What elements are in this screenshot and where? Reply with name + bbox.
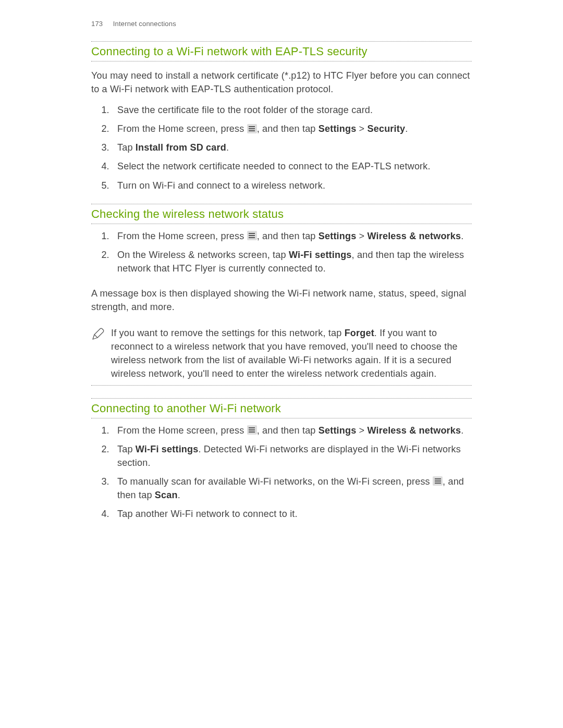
steps-eap-tls: Save the certificate file to the root fo…: [91, 103, 472, 192]
list-item: Select the network certificate needed to…: [112, 159, 472, 173]
step-text: From the Home screen, press: [117, 231, 247, 241]
list-item: On the Wireless & networks screen, tap W…: [112, 248, 472, 275]
heading-check-status: Checking the wireless network status: [91, 204, 472, 224]
ui-term: Wireless & networks: [368, 425, 461, 436]
chapter-title: Internet connections: [113, 20, 176, 28]
list-item: From the Home screen, press , and then t…: [112, 122, 472, 135]
list-item: Tap another Wi‑Fi network to connect to …: [112, 507, 472, 521]
list-item: Turn on Wi‑Fi and connect to a wireless …: [112, 179, 472, 192]
note-box: If you want to remove the settings for t…: [91, 321, 472, 385]
ui-term: Settings: [319, 231, 357, 241]
menu-icon: [247, 425, 257, 435]
step-text: Tap another Wi‑Fi network to connect to …: [117, 509, 298, 519]
ui-term: Install from SD card: [136, 142, 226, 153]
step-text: Tap: [117, 142, 136, 153]
ui-term: Security: [368, 124, 406, 134]
steps-connect-other: From the Home screen, press , and then t…: [91, 424, 472, 521]
list-item: Tap Wi‑Fi settings. Detected Wi‑Fi netwo…: [112, 442, 472, 470]
menu-icon: [247, 124, 257, 133]
step-text: Select the network certificate needed to…: [117, 161, 431, 171]
step-text: , and then tap: [257, 425, 319, 436]
note-text: If you want to remove the settings for t…: [111, 326, 472, 380]
heading-connect-other: Connecting to another Wi‑Fi network: [91, 398, 472, 418]
step-text: To manually scan for available Wi‑Fi net…: [117, 476, 433, 487]
step-text: From the Home screen, press: [117, 425, 247, 436]
ui-term: Settings: [319, 124, 357, 134]
step-text: , and then tap: [257, 124, 319, 134]
pencil-icon: [91, 327, 105, 343]
list-item: From the Home screen, press , and then t…: [112, 229, 472, 243]
ui-term: Scan: [155, 490, 178, 500]
heading-eap-tls: Connecting to a Wi‑Fi network with EAP‑T…: [91, 41, 472, 61]
step-text: .: [461, 425, 463, 436]
step-text: .: [178, 490, 180, 500]
step-text: >: [356, 425, 367, 436]
ui-term: Forget: [345, 328, 374, 338]
step-text: From the Home screen, press: [117, 124, 247, 134]
intro-eap-tls: You may need to install a network certif…: [91, 69, 472, 96]
document-page: 173 Internet connections Connecting to a…: [0, 0, 563, 553]
step-text: Tap: [117, 444, 136, 454]
step-text: , and then tap: [257, 231, 319, 241]
list-item: From the Home screen, press , and then t…: [112, 424, 472, 437]
step-text: .: [461, 231, 463, 241]
menu-icon: [433, 476, 443, 486]
list-item: Save the certificate file to the root fo…: [112, 103, 472, 117]
step-text: >: [356, 231, 367, 241]
step-text: Save the certificate file to the root fo…: [117, 105, 373, 115]
list-item: To manually scan for available Wi‑Fi net…: [112, 475, 472, 502]
page-number: 173: [91, 20, 111, 28]
ui-term: Wireless & networks: [368, 231, 461, 241]
step-text: Turn on Wi‑Fi and connect to a wireless …: [117, 180, 325, 191]
menu-icon: [247, 231, 257, 240]
steps-check-status: From the Home screen, press , and then t…: [91, 229, 472, 275]
step-text: >: [356, 124, 367, 134]
ui-term: Wi‑Fi settings: [289, 250, 352, 260]
result-para: A message box is then displayed showing …: [91, 287, 472, 314]
note-text-part: If you want to remove the settings for t…: [111, 328, 345, 338]
step-text: .: [226, 142, 229, 153]
step-text: On the Wireless & networks screen, tap: [117, 250, 289, 260]
step-text: .: [405, 124, 408, 134]
ui-term: Settings: [319, 425, 357, 436]
list-item: Tap Install from SD card.: [112, 141, 472, 154]
page-header: 173 Internet connections: [91, 20, 472, 28]
ui-term: Wi‑Fi settings: [136, 444, 199, 454]
